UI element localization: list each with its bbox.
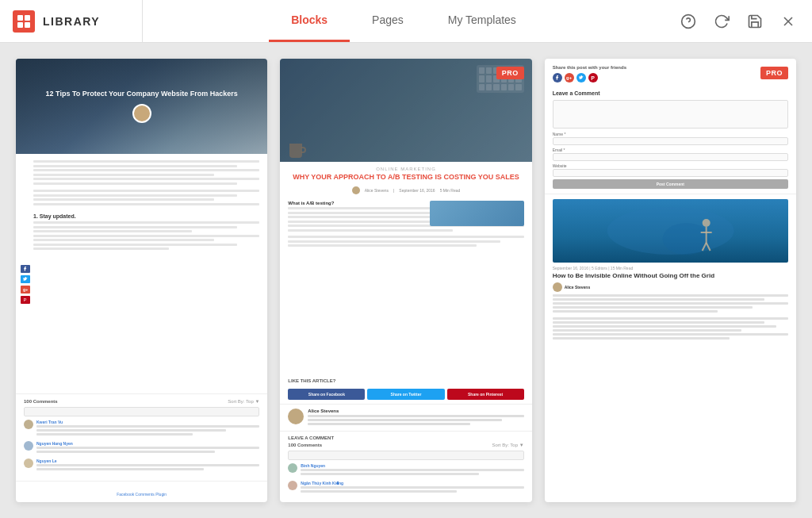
svg-point-12 — [702, 219, 710, 227]
card2-date: | — [393, 188, 394, 193]
commenter-avatar-1 — [24, 420, 33, 429]
card3-share-text: Share this post with your friends — [553, 65, 788, 70]
card3-name-field: Name * — [553, 132, 788, 145]
card3-facebook-share[interactable] — [553, 73, 562, 82]
card2-share-label: LIKE THIS ARTICLE? — [280, 376, 531, 385]
card2-body: What is A/B testing? — [280, 196, 531, 376]
card1-body: 1. Stay updated. — [16, 154, 267, 259]
card1-title: 12 Tips To Protect Your Company Website … — [46, 90, 238, 99]
card3-article-author: Alice Stevens — [553, 282, 788, 292]
card3-article-author-avatar — [553, 282, 562, 292]
pro-badge-2: PRO — [496, 67, 524, 79]
card3-article-hero-image — [553, 199, 788, 263]
card2-comment-item-2: Ngân Thúy Kinh Kiếng — [288, 481, 523, 494]
card3-googleplus-share[interactable]: g+ — [565, 73, 574, 82]
card2-commenter-avatar-1 — [288, 463, 297, 473]
card2-commenter-avatar-2 — [288, 481, 297, 490]
card2-commenter-name-2: Ngân Thúy Kinh Kiếng — [301, 481, 523, 485]
card2-share-buttons: Share on Facebook Share on Twitter Share… — [288, 389, 523, 400]
pinterest-icon: P — [21, 296, 30, 304]
logo-area: LIBRARY — [0, 0, 143, 42]
card2-comments-count: 100 Comments — [288, 443, 322, 447]
card2-comment-input[interactable] — [288, 451, 523, 460]
card1-author-avatar — [132, 104, 151, 123]
card3-comment-textarea[interactable] — [553, 100, 788, 129]
card3-name-label: Name * — [553, 132, 788, 136]
svg-rect-3 — [25, 22, 30, 28]
card3-article-author-name: Alice Stevens — [565, 285, 591, 290]
svg-text:P: P — [24, 297, 27, 302]
card2-author-name: Alice Stevens — [365, 188, 389, 193]
card3-leave-comment-section: Leave a Comment Name * Email * Website — [545, 86, 796, 194]
share-facebook-button[interactable]: Share on Facebook — [288, 389, 365, 400]
card1-comments-section: 100 Comments Sort By: Top ▼ Kweri Tran V… — [16, 393, 267, 481]
card1-facebook-comments-footer: Facebook Comments Plugin — [117, 492, 167, 497]
card3-article-meta: September 16, 2016 | 5 Editors | 15 Min … — [553, 266, 788, 271]
card2-comments-section: LEAVE A COMMENT 100 Comments Sort By: To… — [280, 431, 531, 502]
card2-sort: Sort By: Top ▼ — [492, 443, 523, 447]
card2-leave-comment-label: LEAVE A COMMENT — [288, 436, 523, 440]
commenter-name-1: Kweri Tran Vu — [36, 420, 259, 424]
help-button[interactable] — [677, 10, 699, 33]
card2-category: ONLINE MARKETING — [280, 162, 531, 173]
card3-share-section: Share this post with your friends g+ P — [545, 59, 796, 86]
card1-sort: Sort By: Top ▼ — [228, 399, 259, 404]
card1-comment-input[interactable] — [24, 407, 259, 416]
card2-inline-image — [430, 201, 524, 226]
template-card-1[interactable]: 12 Tips To Protect Your Company Website … — [16, 59, 267, 502]
card3-article-section: September 16, 2016 | 5 Editors | 15 Min … — [545, 194, 796, 502]
facebook-icon — [21, 265, 30, 273]
svg-rect-0 — [17, 15, 23, 21]
card3-email-input[interactable] — [553, 153, 788, 161]
card3-email-label: Email * — [553, 148, 788, 152]
card1-section-heading: 1. Stay updated. — [33, 213, 259, 219]
comment-item-1: Kweri Tran Vu — [24, 420, 259, 437]
card3-pinterest-share[interactable]: P — [588, 73, 598, 82]
card3-name-input[interactable] — [553, 137, 788, 145]
card2-author-bio-name: Alice Stevens — [308, 409, 523, 413]
card1-comments-count: 100 Comments — [24, 399, 58, 404]
template-card-3[interactable]: PRO Share this post with your friends g+… — [545, 59, 796, 502]
tab-navigation: Blocks Pages My Templates — [143, 0, 665, 42]
svg-rect-2 — [17, 22, 23, 28]
card3-website-label: Website — [553, 163, 788, 168]
card3-website-field: Website — [553, 163, 788, 177]
comment-item-3: Nguyen Le — [24, 459, 259, 472]
logo-text: LIBRARY — [43, 15, 100, 28]
commenter-name-2: Nguyen Hang Nyen — [36, 441, 259, 446]
card3-submit-button[interactable]: Post Comment — [553, 179, 788, 189]
main-content: 12 Tips To Protect Your Company Website … — [0, 43, 812, 518]
refresh-button[interactable] — [710, 10, 733, 33]
pro-badge-3: PRO — [760, 67, 788, 79]
tab-blocks[interactable]: Blocks — [269, 0, 350, 42]
card2-header — [280, 59, 531, 162]
card3-comment-title: Leave a Comment — [553, 90, 788, 96]
google-plus-icon: g+ — [21, 286, 30, 294]
card2-readtime: 5 Min Read — [440, 188, 461, 193]
card3-submit-label: Post Comment — [657, 182, 684, 186]
header-actions — [665, 10, 812, 33]
svg-text:g+: g+ — [23, 287, 28, 292]
card3-article-title: How to Be Invisible Online Without Going… — [553, 272, 788, 280]
logo-icon — [13, 10, 35, 33]
svg-rect-1 — [25, 15, 30, 21]
card2-commenter-name-1: Binh Nguyen — [301, 463, 523, 468]
tab-pages[interactable]: Pages — [350, 0, 426, 42]
share-pinterest-button[interactable]: Share on Pinterest — [447, 389, 524, 400]
card3-email-field: Email * — [553, 148, 788, 161]
card1-header-image: 12 Tips To Protect Your Company Website … — [16, 59, 267, 154]
card1-social-icons: g+ P — [21, 265, 30, 304]
save-button[interactable] — [744, 10, 766, 33]
tab-my-templates[interactable]: My Templates — [426, 0, 538, 42]
card3-website-input[interactable] — [553, 169, 788, 177]
card3-twitter-share[interactable] — [576, 73, 586, 82]
twitter-icon — [21, 275, 30, 283]
commenter-avatar-3 — [24, 459, 33, 468]
commenter-avatar-2 — [24, 441, 33, 451]
card2-author-bio: Alice Stevens — [280, 404, 531, 431]
close-button[interactable] — [777, 10, 799, 33]
comment-item-2: Nguyen Hang Nyen — [24, 441, 259, 455]
card2-meta: Alice Stevens | September 16, 2016 5 Min… — [280, 185, 531, 196]
template-card-2[interactable]: PRO ONLINE MARKETING WHY YOUR — [280, 59, 531, 502]
share-twitter-button[interactable]: Share on Twitter — [367, 389, 444, 400]
